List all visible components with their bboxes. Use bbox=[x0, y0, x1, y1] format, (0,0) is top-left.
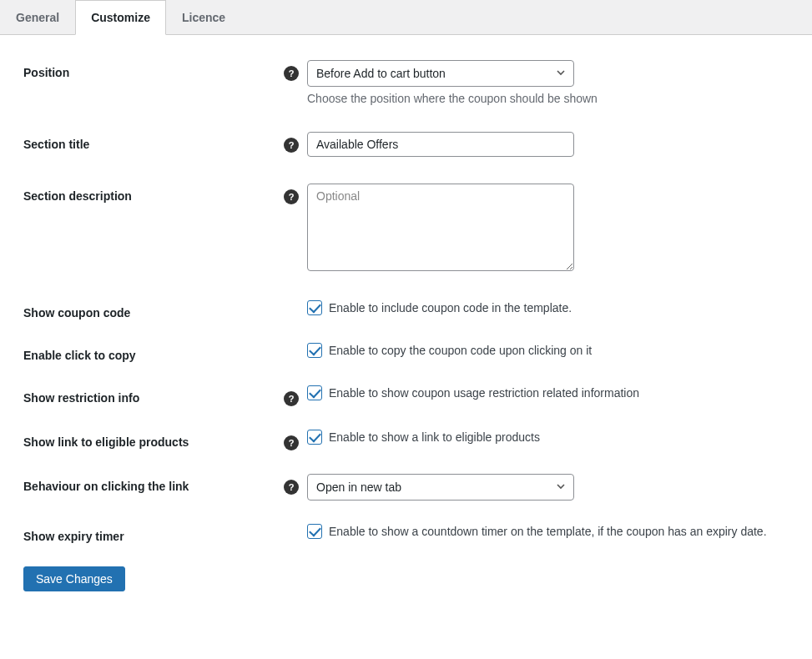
label-show-link-eligible: Show link to eligible products bbox=[23, 430, 284, 449]
row-show-expiry-timer: Show expiry timer Enable to show a count… bbox=[23, 524, 789, 543]
tab-customize[interactable]: Customize bbox=[75, 0, 166, 35]
help-icon[interactable]: ? bbox=[284, 189, 299, 204]
show-restriction-cblabel: Enable to show coupon usage restriction … bbox=[329, 386, 639, 400]
save-button[interactable]: Save Changes bbox=[23, 566, 125, 591]
tabs-bar: General Customize Licence bbox=[0, 0, 812, 35]
show-expiry-timer-checkbox[interactable] bbox=[307, 524, 322, 539]
row-behaviour-link: Behaviour on clicking the link ? Open in… bbox=[23, 474, 789, 501]
label-section-description: Section description bbox=[23, 184, 284, 203]
show-link-eligible-cblabel: Enable to show a link to eligible produc… bbox=[329, 430, 540, 444]
row-section-description: Section description ? bbox=[23, 184, 789, 274]
behaviour-link-select[interactable]: Open in new tab bbox=[307, 474, 574, 501]
row-show-link-eligible: Show link to eligible products ? Enable … bbox=[23, 430, 789, 450]
section-title-input[interactable] bbox=[307, 132, 574, 157]
section-description-textarea[interactable] bbox=[307, 184, 574, 271]
row-show-restriction-info: Show restriction info ? Enable to show c… bbox=[23, 385, 789, 406]
show-restriction-checkbox[interactable] bbox=[307, 385, 322, 400]
label-behaviour-link: Behaviour on clicking the link bbox=[23, 474, 284, 493]
tab-licence[interactable]: Licence bbox=[166, 0, 241, 35]
form-content: Position ? Before Add to cart button Cho… bbox=[0, 35, 812, 659]
row-position: Position ? Before Add to cart button Cho… bbox=[23, 60, 789, 105]
tab-general[interactable]: General bbox=[0, 0, 75, 35]
show-expiry-timer-cblabel: Enable to show a countdown timer on the … bbox=[329, 525, 767, 538]
position-desc: Choose the position where the coupon sho… bbox=[307, 92, 789, 105]
show-coupon-code-cblabel: Enable to include coupon code in the tem… bbox=[329, 301, 572, 314]
help-icon[interactable]: ? bbox=[284, 435, 299, 450]
show-link-eligible-checkbox[interactable] bbox=[307, 430, 322, 445]
help-icon[interactable]: ? bbox=[284, 480, 299, 495]
enable-click-copy-cblabel: Enable to copy the coupon code upon clic… bbox=[329, 344, 592, 357]
row-section-title: Section title ? bbox=[23, 132, 789, 157]
position-select[interactable]: Before Add to cart button bbox=[307, 60, 574, 87]
show-coupon-code-checkbox[interactable] bbox=[307, 300, 322, 315]
label-show-restriction: Show restriction info bbox=[23, 385, 284, 405]
enable-click-copy-checkbox[interactable] bbox=[307, 343, 322, 358]
label-show-expiry-timer: Show expiry timer bbox=[23, 524, 284, 543]
label-position: Position bbox=[23, 60, 284, 79]
row-show-coupon-code: Show coupon code Enable to include coupo… bbox=[23, 300, 789, 319]
help-icon[interactable]: ? bbox=[284, 138, 299, 153]
label-enable-click-copy: Enable click to copy bbox=[23, 343, 284, 362]
label-show-coupon-code: Show coupon code bbox=[23, 300, 284, 319]
help-icon[interactable]: ? bbox=[284, 391, 299, 406]
row-enable-click-copy: Enable click to copy Enable to copy the … bbox=[23, 343, 789, 362]
label-section-title: Section title bbox=[23, 132, 284, 151]
help-icon[interactable]: ? bbox=[284, 66, 299, 81]
